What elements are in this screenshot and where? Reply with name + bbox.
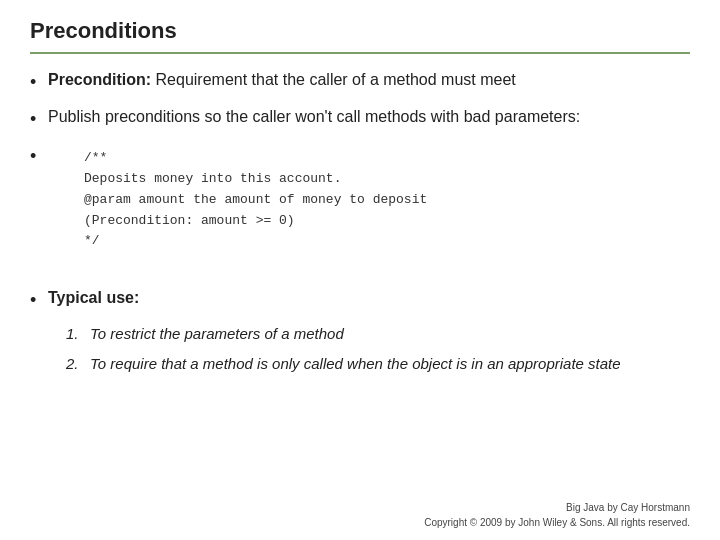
code-block: /** Deposits money into this account. @p… — [84, 148, 427, 252]
bullet-dot-1: • — [30, 69, 48, 95]
numbered-item-2: 2. To require that a method is only call… — [66, 353, 690, 375]
slide-title: Preconditions — [30, 18, 690, 54]
bullet-item-code: • /** Deposits money into this account. … — [30, 142, 690, 258]
numbered-dot-2: 2. — [66, 353, 90, 375]
code-line-3: @param amount the amount of money to dep… — [84, 190, 427, 211]
bullet-text-1: Precondition: Requirement that the calle… — [48, 68, 516, 91]
numbered-text-2: To require that a method is only called … — [90, 353, 621, 375]
numbered-list: 1. To restrict the parameters of a metho… — [66, 323, 690, 375]
bullet-text-2: Publish preconditions so the caller won'… — [48, 105, 580, 128]
code-line-2: Deposits money into this account. — [84, 169, 427, 190]
footer-line-2: Copyright © 2009 by John Wiley & Sons. A… — [30, 515, 690, 530]
bullet-bold-1: Precondition: — [48, 71, 151, 88]
code-line-1: /** — [84, 148, 427, 169]
bullet-rest-1: Requirement that the caller of a method … — [151, 71, 516, 88]
bullet-item-1: • Precondition: Requirement that the cal… — [30, 68, 690, 95]
slide-container: Preconditions • Precondition: Requiremen… — [0, 0, 720, 540]
footer: Big Java by Cay Horstmann Copyright © 20… — [30, 492, 690, 530]
numbered-text-1: To restrict the parameters of a method — [90, 323, 344, 345]
bullet-dot-code: • — [30, 143, 48, 169]
bullet-section-1: • Precondition: Requirement that the cal… — [30, 68, 690, 268]
typical-use-section: • Typical use: 1. To restrict the parame… — [30, 286, 690, 383]
code-line-5: */ — [84, 231, 427, 252]
bullet-dot-2: • — [30, 106, 48, 132]
footer-line-1: Big Java by Cay Horstmann — [30, 500, 690, 515]
numbered-item-1: 1. To restrict the parameters of a metho… — [66, 323, 690, 345]
bullet-item-2: • Publish preconditions so the caller wo… — [30, 105, 690, 132]
typical-use-bullet: • Typical use: — [30, 286, 690, 313]
code-line-4: (Precondition: amount >= 0) — [84, 211, 427, 232]
numbered-dot-1: 1. — [66, 323, 90, 345]
typical-use-dot: • — [30, 287, 48, 313]
typical-use-label: Typical use: — [48, 286, 139, 309]
